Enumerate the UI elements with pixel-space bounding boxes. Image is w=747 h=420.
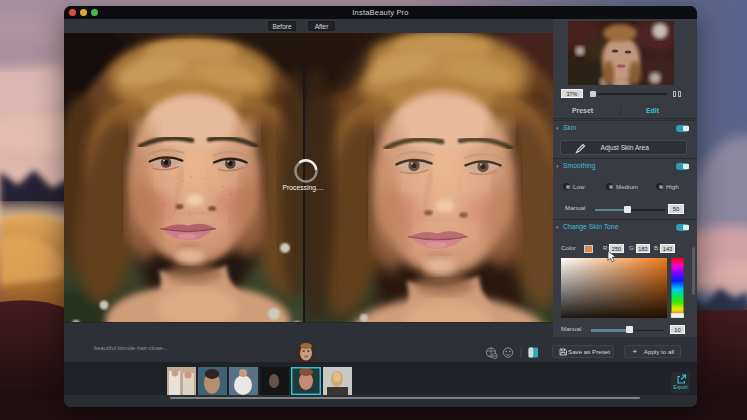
- svg-text:Processing....: Processing....: [282, 184, 323, 192]
